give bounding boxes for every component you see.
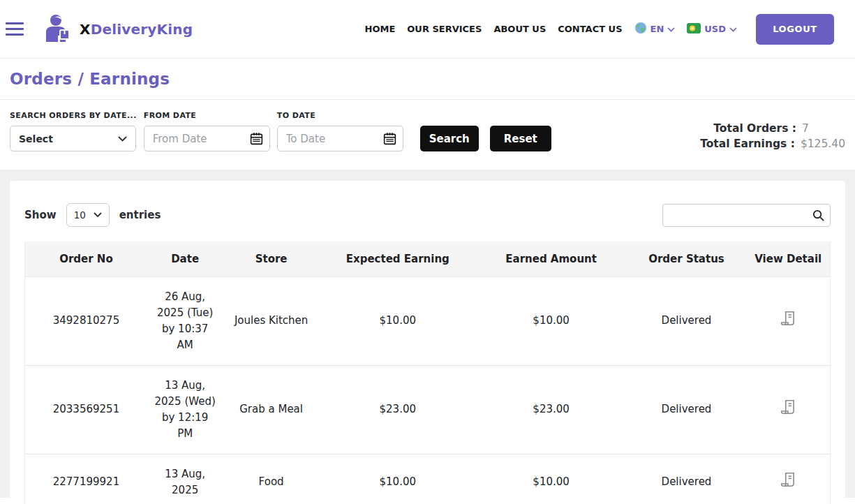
filters-bar: SEARCH ORDERS BY DATE... Select FROM DAT… (0, 100, 855, 170)
nav-contact-us[interactable]: CONTACT US (558, 24, 622, 34)
col-order-no[interactable]: Order No (25, 242, 147, 276)
col-store[interactable]: Store (223, 242, 319, 276)
cell-view-detail (746, 365, 830, 454)
view-detail-receipt-icon[interactable] (779, 318, 797, 330)
cell-store: Food (223, 454, 319, 504)
language-selector[interactable]: EN (634, 22, 676, 36)
search-button[interactable]: Search (420, 126, 479, 151)
cell-order-status: Delivered (627, 276, 747, 365)
cell-earned-amount: $10.00 (476, 454, 627, 504)
from-date-label: FROM DATE (144, 111, 270, 120)
language-value: EN (650, 24, 664, 34)
cell-view-detail (746, 454, 830, 504)
currency-value: USD (704, 24, 726, 34)
chevron-down-icon (118, 136, 127, 142)
menu-hamburger-icon[interactable] (6, 22, 24, 36)
col-earned-amount[interactable]: Earned Amount (476, 242, 627, 276)
table-header-row: Order No Date Store Expected Earning Ear… (25, 242, 831, 276)
cell-date: 26 Aug, 2025 (Tue) by 10:37 AM (147, 276, 223, 365)
top-navigation-bar: XDeliveryKing HOME OUR SERVICES ABOUT US… (0, 0, 855, 59)
view-detail-receipt-icon[interactable] (779, 406, 797, 419)
cell-date: 13 Aug, 2025 (147, 454, 223, 504)
nav-home[interactable]: HOME (365, 24, 396, 34)
total-earnings-label: Total Earnings : (700, 138, 795, 150)
brand-name: XDeliveryKing (80, 21, 193, 38)
currency-selector[interactable]: USD (687, 23, 737, 36)
search-by-date-select[interactable]: Select (10, 126, 136, 151)
page-length-select[interactable]: 10 (66, 203, 110, 227)
total-orders-value: 7 (802, 122, 845, 135)
cell-order-no: 3492810275 (25, 276, 147, 365)
totals-summary: Total Orders : 7 Total Earnings : $125.4… (700, 119, 845, 151)
cell-store: Grab a Meal (223, 365, 319, 454)
total-orders-label: Total Orders : (713, 122, 796, 135)
cell-date: 13 Aug, 2025 (Wed) by 12:19 PM (147, 365, 223, 454)
page-length-value: 10 (74, 209, 86, 221)
orders-table-card: Show 10 entries O (10, 181, 845, 498)
col-view-detail[interactable]: View Detail (746, 242, 830, 276)
page-title-bar: Orders / Earnings (0, 59, 855, 100)
chevron-down-icon (94, 212, 102, 218)
cell-expected-earning: $10.00 (320, 276, 476, 365)
reset-button[interactable]: Reset (490, 126, 551, 151)
cell-expected-earning: $23.00 (320, 365, 476, 454)
table-body: 3492810275 26 Aug, 2025 (Tue) by 10:37 A… (25, 276, 831, 504)
content-section: Show 10 entries O (0, 170, 855, 498)
cell-store: Joules Kitchen (223, 276, 319, 365)
table-search-input[interactable] (662, 204, 831, 227)
search-icon[interactable] (812, 209, 825, 225)
view-detail-receipt-icon[interactable] (779, 479, 797, 491)
table-controls: Show 10 entries (24, 203, 831, 227)
total-earnings-value: $125.40 (801, 138, 845, 150)
search-by-date-value: Select (19, 133, 53, 144)
cell-expected-earning: $10.00 (320, 454, 476, 504)
calendar-icon[interactable] (249, 131, 264, 149)
main-nav: HOME OUR SERVICES ABOUT US CONTACT US EN (365, 14, 834, 45)
chevron-down-icon (729, 24, 737, 34)
chevron-down-icon (667, 24, 675, 34)
nav-our-services[interactable]: OUR SERVICES (407, 24, 482, 34)
page-title: Orders / Earnings (10, 70, 845, 88)
currency-flag-icon (687, 23, 701, 36)
entries-label: entries (119, 209, 161, 221)
col-expected-earning[interactable]: Expected Earning (320, 242, 476, 276)
orders-table: Order No Date Store Expected Earning Ear… (24, 242, 831, 504)
delivery-person-logo-icon (39, 11, 73, 47)
cell-earned-amount: $23.00 (476, 365, 627, 454)
table-row: 2033569251 13 Aug, 2025 (Wed) by 12:19 P… (25, 365, 831, 454)
to-date-label: TO DATE (277, 111, 403, 120)
globe-icon (634, 22, 647, 36)
cell-order-no: 2277199921 (25, 454, 147, 504)
show-label: Show (24, 209, 57, 221)
table-row: 2277199921 13 Aug, 2025 Food $10.00 $10.… (25, 454, 831, 504)
col-date[interactable]: Date (147, 242, 223, 276)
logout-button[interactable]: LOGOUT (756, 14, 834, 45)
search-by-date-label: SEARCH ORDERS BY DATE... (10, 111, 137, 120)
cell-order-status: Delivered (627, 365, 747, 454)
nav-about-us[interactable]: ABOUT US (493, 24, 546, 34)
table-row: 3492810275 26 Aug, 2025 (Tue) by 10:37 A… (25, 276, 831, 365)
cell-view-detail (746, 276, 830, 365)
col-order-status[interactable]: Order Status (627, 242, 747, 276)
cell-order-status: Delivered (627, 454, 747, 504)
cell-earned-amount: $10.00 (476, 276, 627, 365)
cell-order-no: 2033569251 (25, 365, 147, 454)
brand-logo[interactable]: XDeliveryKing (39, 11, 193, 47)
calendar-icon[interactable] (382, 131, 397, 149)
